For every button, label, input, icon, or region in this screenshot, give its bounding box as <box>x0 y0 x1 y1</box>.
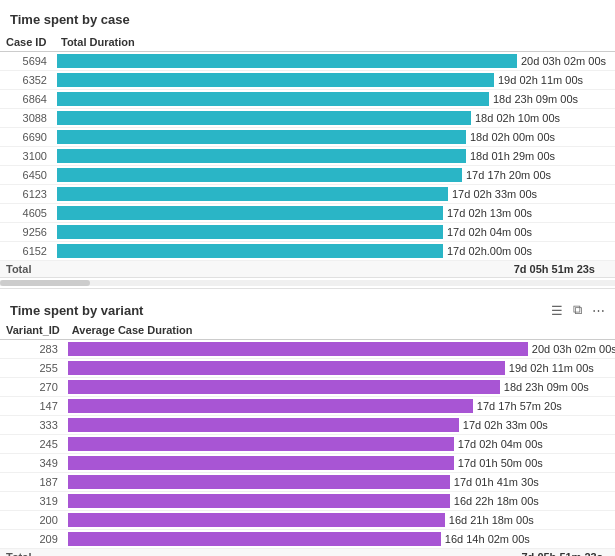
variant-id-cell: 245 <box>0 435 66 454</box>
bar <box>57 149 466 163</box>
table-row: 283 20d 03h 02m 00s <box>0 340 615 359</box>
table-row: 270 18d 23h 09m 00s <box>0 378 615 397</box>
case-id-cell: 6123 <box>0 185 55 204</box>
table-row: 187 17d 01h 41m 30s <box>0 473 615 492</box>
bar <box>57 244 443 258</box>
bar <box>68 399 473 413</box>
bar-cell: 17d 02h 04m 00s <box>55 223 615 242</box>
section2-header: Time spent by variant ☰ ⧉ ⋯ <box>0 297 615 321</box>
variant-id-cell: 283 <box>0 340 66 359</box>
total-label: Total <box>0 261 55 278</box>
duration-label: 17d 02h 04m 00s <box>458 438 543 450</box>
duration-label: 17d 02h 13m 00s <box>447 207 532 219</box>
case-id-cell: 6352 <box>0 71 55 90</box>
bar-cell: 19d 02h 11m 00s <box>55 71 615 90</box>
bar-cell: 17d 02h 33m 00s <box>66 416 615 435</box>
bar-cell: 20d 03h 02m 00s <box>66 340 615 359</box>
col-case-id: Case ID <box>0 33 55 52</box>
variant-id-cell: 349 <box>0 454 66 473</box>
table-row: 6152 17d 02h.00m 00s <box>0 242 615 261</box>
more-icon[interactable]: ⋯ <box>590 302 607 319</box>
filter-icon[interactable]: ☰ <box>549 302 565 319</box>
section1-total-value: 7d 05h 51m 23s <box>55 261 615 278</box>
section2-icons: ☰ ⧉ ⋯ <box>549 301 607 319</box>
section2-total-row: Total 7d 05h 51m 23s <box>0 549 615 557</box>
variant-id-cell: 255 <box>0 359 66 378</box>
bar-cell: 18d 01h 29m 00s <box>55 147 615 166</box>
bar <box>68 380 500 394</box>
section2-table-container: Variant_ID Average Case Duration 283 20d… <box>0 321 615 556</box>
table-row: 6450 17d 17h 20m 00s <box>0 166 615 185</box>
duration-label: 17d 02h 04m 00s <box>447 226 532 238</box>
duration-label: 16d 21h 18m 00s <box>449 514 534 526</box>
section2-title: Time spent by variant <box>10 303 143 318</box>
section1-table: Case ID Total Duration 5694 20d 03h 02m … <box>0 33 615 277</box>
variant-id-cell: 333 <box>0 416 66 435</box>
section1-scrollbar[interactable] <box>0 277 615 288</box>
duration-label: 18d 23h 09m 00s <box>504 381 589 393</box>
table-row: 5694 20d 03h 02m 00s <box>0 52 615 71</box>
bar <box>68 475 450 489</box>
bar-cell: 18d 23h 09m 00s <box>55 90 615 109</box>
duration-label: 16d 22h 18m 00s <box>454 495 539 507</box>
col-variant-id: Variant_ID <box>0 321 66 340</box>
table-row: 333 17d 02h 33m 00s <box>0 416 615 435</box>
variant-id-cell: 187 <box>0 473 66 492</box>
bar-cell: 19d 02h 11m 00s <box>66 359 615 378</box>
table-row: 9256 17d 02h 04m 00s <box>0 223 615 242</box>
case-id-cell: 6690 <box>0 128 55 147</box>
case-id-cell: 3100 <box>0 147 55 166</box>
bar-cell: 17d 17h 20m 00s <box>55 166 615 185</box>
bar <box>68 513 445 527</box>
variant-id-cell: 200 <box>0 511 66 530</box>
bar <box>68 342 528 356</box>
table-row: 3088 18d 02h 10m 00s <box>0 109 615 128</box>
case-id-cell: 9256 <box>0 223 55 242</box>
bar-cell: 16d 22h 18m 00s <box>66 492 615 511</box>
variant-id-cell: 209 <box>0 530 66 549</box>
table-row: 245 17d 02h 04m 00s <box>0 435 615 454</box>
table-row: 255 19d 02h 11m 00s <box>0 359 615 378</box>
bar <box>68 418 459 432</box>
bar <box>68 361 505 375</box>
bar-cell: 17d 17h 57m 20s <box>66 397 615 416</box>
bar-cell: 17d 02h.00m 00s <box>55 242 615 261</box>
duration-label: 17d 17h 57m 20s <box>477 400 562 412</box>
case-id-cell: 6450 <box>0 166 55 185</box>
table-row: 209 16d 14h 02m 00s <box>0 530 615 549</box>
bar <box>57 206 443 220</box>
table-row: 6864 18d 23h 09m 00s <box>0 90 615 109</box>
bar-cell: 17d 02h 04m 00s <box>66 435 615 454</box>
table-row: 147 17d 17h 57m 20s <box>0 397 615 416</box>
bar <box>57 225 443 239</box>
table-row: 6352 19d 02h 11m 00s <box>0 71 615 90</box>
total-label-2: Total <box>0 549 66 557</box>
col-avg-duration: Average Case Duration <box>66 321 615 340</box>
duration-label: 20d 03h 02m 00s <box>521 55 606 67</box>
section1-title: Time spent by case <box>0 8 615 33</box>
bar <box>57 54 517 68</box>
table-row: 319 16d 22h 18m 00s <box>0 492 615 511</box>
duration-label: 16d 14h 02m 00s <box>445 533 530 545</box>
bar <box>57 92 489 106</box>
duration-label: 17d 01h 50m 00s <box>458 457 543 469</box>
duration-label: 19d 02h 11m 00s <box>509 362 594 374</box>
case-id-cell: 6152 <box>0 242 55 261</box>
case-id-cell: 3088 <box>0 109 55 128</box>
expand-icon[interactable]: ⧉ <box>571 301 584 319</box>
variant-id-cell: 270 <box>0 378 66 397</box>
bar-cell: 17d 01h 41m 30s <box>66 473 615 492</box>
section2-table: Variant_ID Average Case Duration 283 20d… <box>0 321 615 556</box>
bar-cell: 17d 02h 13m 00s <box>55 204 615 223</box>
section1-table-container: Case ID Total Duration 5694 20d 03h 02m … <box>0 33 615 277</box>
section-time-spent-variant: Time spent by variant ☰ ⧉ ⋯ Variant_ID A… <box>0 289 615 556</box>
case-id-cell: 4605 <box>0 204 55 223</box>
duration-label: 17d 02h 33m 00s <box>452 188 537 200</box>
col-total-duration: Total Duration <box>55 33 615 52</box>
case-id-cell: 5694 <box>0 52 55 71</box>
duration-label: 18d 23h 09m 00s <box>493 93 578 105</box>
bar <box>68 456 454 470</box>
section-time-spent-case: Time spent by case Case ID Total Duratio… <box>0 0 615 289</box>
duration-label: 17d 01h 41m 30s <box>454 476 539 488</box>
duration-label: 19d 02h 11m 00s <box>498 74 583 86</box>
